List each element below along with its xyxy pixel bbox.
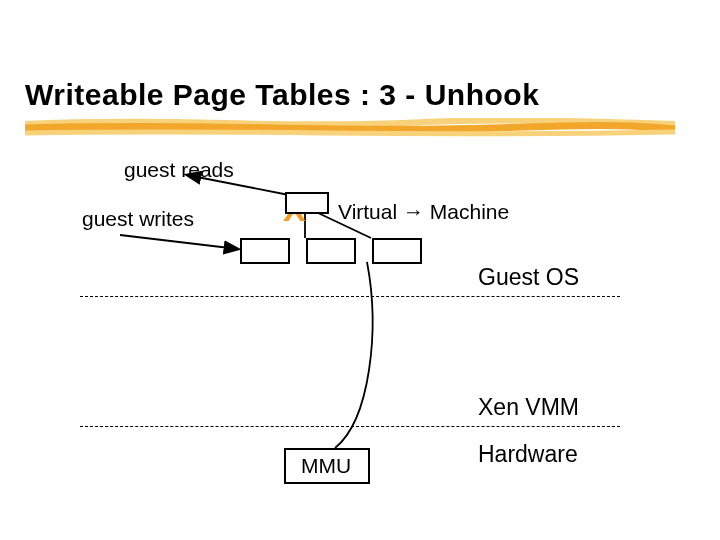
page-table-root-box	[285, 192, 329, 214]
svg-line-2	[120, 235, 238, 249]
guest-os-label: Guest OS	[478, 265, 579, 290]
divider-guestos-xen	[80, 296, 620, 297]
slide-title: Writeable Page Tables : 3 - Unhook	[25, 78, 539, 112]
hardware-label: Hardware	[478, 442, 578, 467]
page-table-box-right	[372, 238, 422, 264]
page-table-box-left	[240, 238, 290, 264]
page-table-box-mid	[306, 238, 356, 264]
mmu-label: MMU	[301, 454, 351, 478]
xen-vmm-label: Xen VMM	[478, 395, 579, 420]
virtual-machine-label: Virtual → Machine	[338, 200, 509, 223]
guest-writes-label: guest writes	[82, 207, 194, 230]
title-underline	[25, 118, 675, 138]
guest-reads-label: guest reads	[124, 158, 234, 181]
divider-xen-hardware	[80, 426, 620, 427]
